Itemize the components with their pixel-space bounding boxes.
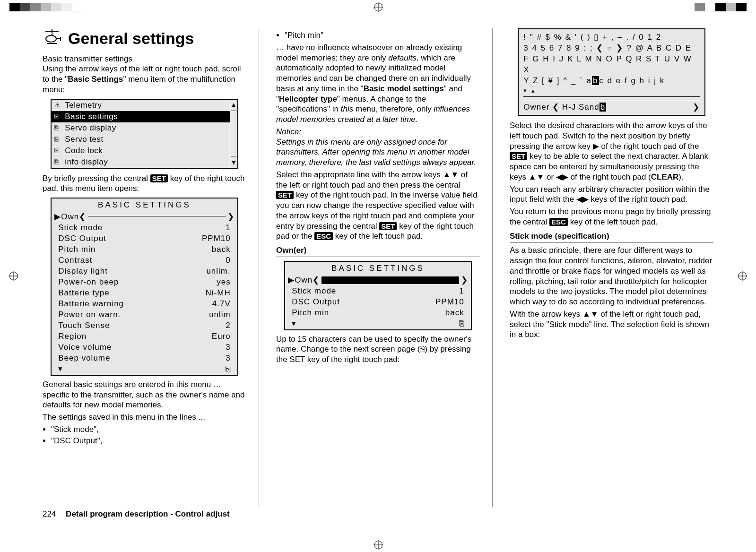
after-menu-text: By briefly pressing the central SET key … [43, 173, 246, 194]
list-item: "Pitch min" [285, 30, 480, 41]
registration-mark-right [738, 272, 747, 280]
folder-icon: ⎘ [54, 135, 65, 144]
settings-label: Pitch min [292, 308, 431, 318]
lcd-menu-label: Basic settings [65, 112, 118, 122]
charmap-line: F G H I J K L M N O P Q R S T U V W X [523, 54, 700, 76]
lcd-menu-item: ⎘info display [52, 156, 230, 168]
lcd-settings-title: BASIC SETTINGS [52, 198, 237, 212]
col2-top-bullet: "Pitch min" [276, 30, 480, 41]
settings-row: Batterie typeNi-MH [52, 288, 237, 299]
page-number: 224 [43, 509, 56, 519]
settings-value: unlim. [198, 266, 231, 276]
settings-value: back [198, 244, 231, 255]
registration-mark-top [0, 3, 756, 11]
settings-value: 3 [198, 353, 231, 363]
settings-row: Stick mode1 [52, 223, 237, 233]
settings-row: Power-on beepyes [52, 277, 237, 288]
notice-block: Notice: Settings in this menu are only a… [276, 127, 480, 168]
set-key-badge: SET [276, 191, 294, 199]
charmap-scroll-arrows: ▾▴ [523, 86, 700, 95]
settings-label: Batterie warning [58, 299, 198, 309]
settings-value: PPM10 [198, 233, 231, 244]
column-2: "Pitch min" … have no influence whatsoev… [276, 28, 493, 507]
settings-row: Pitch minback [285, 308, 471, 319]
column-3: ! " # $ % & ' ( ) ▯ + , – . / 0 1 23 4 5… [510, 28, 713, 507]
settings-value: unlim [198, 310, 231, 320]
column-1: General settings Basic transmitter setti… [43, 28, 259, 507]
settings-label: Power-on beep [58, 277, 198, 287]
settings-label: DSC Output [292, 297, 431, 307]
settings-label: Power on warn. [58, 310, 198, 320]
settings-value: yes [198, 277, 231, 287]
lcd-menu-item: ⎘Servo display [52, 122, 230, 134]
settings-value: Euro [198, 331, 231, 342]
col1-para-a: General basic settings are entered in th… [43, 380, 246, 410]
col2-para2: Select the appropriate line with the arr… [276, 170, 480, 242]
lcd-menu-label: Code lock [65, 146, 103, 156]
set-key-badge: SET [379, 222, 397, 230]
settings-row: Power on warn.unlim [52, 310, 237, 320]
settings-row: RegionEuro [52, 331, 237, 342]
registration-mark-bottom [0, 541, 756, 549]
col3-para5: With the arrow keys ▲▼ of the left or ri… [510, 309, 713, 340]
settings-label: DSC Output [58, 233, 198, 244]
settings-row: Contrast0 [52, 255, 237, 266]
col2-para3: Up to 15 characters can be used to speci… [276, 334, 480, 365]
col3-para3: You return to the previous menu page by … [510, 207, 713, 227]
settings-row: DSC OutputPPM10 [285, 297, 471, 308]
settings-value: 1 [198, 223, 231, 233]
settings-row: Stick mode1 [285, 286, 471, 297]
settings-label: Beep volume [58, 353, 198, 363]
settings-value: 0 [198, 255, 231, 266]
lcd-main-menu: ⚠Telemetry⎘Basic settings⎘Servo display⎘… [51, 99, 238, 169]
lcd-menu-item: ⎘Code lock [52, 145, 230, 156]
settings-value: 1 [431, 286, 464, 296]
page-subtitle: Basic transmitter settings [43, 54, 246, 64]
settings-value: 3 [198, 342, 231, 353]
esc-key-badge: ESC [314, 232, 333, 240]
footer-text: Detail program description - Control adj… [66, 509, 230, 518]
folder-icon: ⎘ [54, 112, 65, 121]
charmap-last-line: Y Z [ ¥ ] ^ _ ` abc d e f g h i j k [523, 76, 700, 86]
lcd-menu-label: Servo test [65, 134, 104, 145]
lcd-menu-item: ⎘Servo test [52, 134, 230, 145]
col3-para2: You can reach any arbitrary character po… [510, 184, 713, 205]
settings-value: 2 [198, 320, 231, 331]
charmap-line: 3 4 5 6 7 8 9 : ; ❮ = ❯ ? @ A B C D E [523, 43, 700, 54]
settings-row: Beep volume3 [52, 353, 237, 364]
intro-paragraph: Using the arrow keys of the left or righ… [43, 64, 246, 95]
lcd-footer-row: ▾⎘ [285, 319, 471, 329]
lcd-menu-item: ⚠Telemetry [52, 100, 230, 111]
set-key-badge: SET [150, 174, 168, 182]
set-key-badge: SET [510, 152, 527, 160]
col2-para1: … have no influence whatsoever on alread… [276, 43, 480, 125]
settings-value: PPM10 [431, 297, 464, 307]
lcd-menu-item: ⎘Basic settings [52, 111, 230, 122]
lcd-own-row-selected: ▶Own❮ ❯ [285, 275, 471, 286]
lcd-scrollbar: ▴ ▾ [230, 100, 237, 168]
settings-row: Voice volume3 [52, 342, 237, 353]
settings-label: Stick mode [292, 286, 431, 296]
settings-value: back [431, 308, 464, 318]
folder-icon: ⎘ [54, 124, 65, 132]
lcd-settings-title: BASIC SETTINGS [285, 262, 471, 275]
lcd-menu-label: Telemetry [65, 100, 102, 111]
page-footer: 224 Detail program description - Control… [43, 509, 230, 519]
esc-key-badge: ESC [549, 218, 568, 226]
lcd-menu-label: info display [65, 157, 108, 167]
settings-value: 4.7V [198, 299, 231, 309]
section-own-header: Own(er) [276, 245, 480, 257]
settings-label: Pitch min [58, 244, 198, 255]
helicopter-icon [43, 28, 61, 47]
registration-mark-left [9, 272, 18, 280]
lcd-basic-settings-short: BASIC SETTINGS ▶Own❮ ❯ Stick mode1DSC Ou… [284, 261, 472, 330]
settings-row: Touch Sense2 [52, 320, 237, 331]
settings-label: Voice volume [58, 342, 198, 353]
col3-para4: As a basic principle, there are four dif… [510, 245, 713, 307]
settings-label: Region [58, 331, 198, 342]
page-title: General settings [68, 28, 194, 49]
lcd-footer-row: ▾⎘ [52, 364, 237, 375]
charmap-owner-line: Owner ❮ H-J Sandb ❯ [523, 100, 700, 113]
folder-icon: ⎘ [54, 147, 65, 155]
list-item: "Stick mode", [51, 424, 246, 435]
